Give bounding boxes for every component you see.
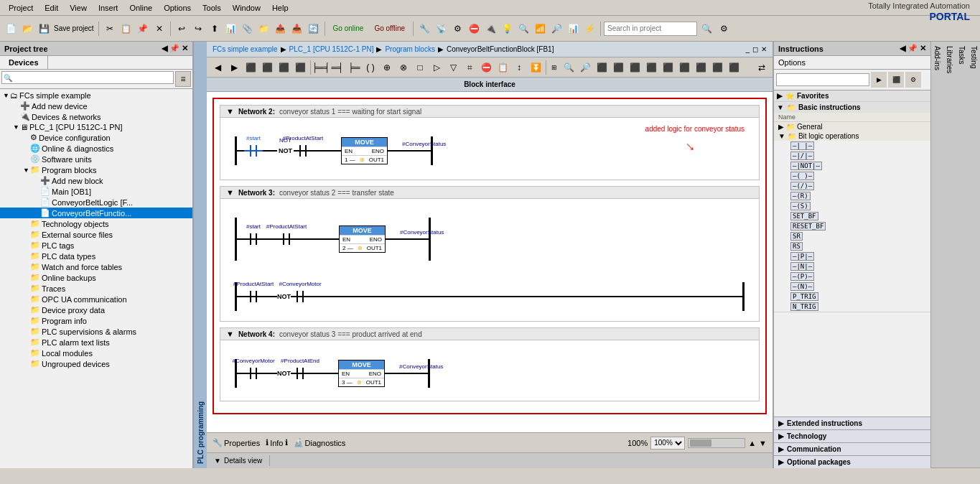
- inst-collapse-btn[interactable]: ◀: [900, 44, 905, 53]
- misc3[interactable]: ⚙: [449, 21, 465, 37]
- et29[interactable]: ⬛: [693, 60, 709, 75]
- tree-item[interactable]: 📁Technology objects: [0, 218, 192, 229]
- tree-pin-btn[interactable]: 📌: [169, 44, 179, 53]
- add-ins-tab[interactable]: Add-ins: [931, 42, 943, 468]
- tree-item[interactable]: ⚙Device configuration: [0, 132, 192, 143]
- inst-item-[interactable]: —(/)—: [774, 181, 930, 191]
- inst-item-PTRIG[interactable]: P_TRIG: [774, 292, 930, 302]
- favorites-header[interactable]: ▶ ⭐ Favorites: [774, 90, 930, 101]
- tree-item[interactable]: 📁Traces: [0, 283, 192, 294]
- network4-collapse[interactable]: ▼: [226, 330, 234, 338]
- menu-view[interactable]: View: [64, 2, 93, 14]
- et7[interactable]: ╞═╡: [313, 60, 329, 75]
- misc1[interactable]: 🔧: [416, 21, 432, 37]
- et21[interactable]: 🔍: [561, 60, 577, 75]
- btn4[interactable]: 📁: [256, 21, 272, 37]
- tasks-tab[interactable]: Tasks: [956, 42, 968, 468]
- breadcrumb-part1[interactable]: FCs simple example: [213, 45, 278, 53]
- misc11[interactable]: ⚡: [582, 21, 597, 37]
- tree-item[interactable]: 🌐Online & diagnostics: [0, 143, 192, 154]
- misc10[interactable]: 📊: [565, 21, 581, 37]
- inst-item-[interactable]: —( )—: [774, 171, 930, 181]
- et17[interactable]: ⛔: [478, 60, 494, 75]
- inst-close-btn[interactable]: ✕: [920, 44, 926, 53]
- tree-item[interactable]: 🔌Devices & networks: [0, 111, 192, 122]
- menu-edit[interactable]: Edit: [39, 2, 64, 14]
- new-btn[interactable]: 📄: [3, 21, 19, 37]
- et22[interactable]: 🔎: [577, 60, 593, 75]
- et2[interactable]: ▶: [226, 60, 242, 75]
- menu-online[interactable]: Online: [123, 2, 158, 14]
- paste-btn[interactable]: 📌: [135, 21, 151, 37]
- properties-tab[interactable]: 🔧 Properties: [213, 438, 260, 447]
- go-online-btn[interactable]: Go online: [328, 21, 369, 37]
- et26[interactable]: ⬛: [643, 60, 659, 75]
- breadcrumb-part2[interactable]: PLC_1 [CPU 1512C-1 PN]: [289, 45, 374, 53]
- et15[interactable]: ▽: [445, 60, 461, 75]
- inst-config-btn[interactable]: ⚙: [905, 72, 921, 88]
- tab-devices[interactable]: Devices: [0, 56, 48, 69]
- copy-btn[interactable]: 📋: [118, 21, 134, 37]
- et-right[interactable]: ⇄: [754, 60, 770, 75]
- delete-btn[interactable]: ✕: [151, 21, 167, 37]
- tree-item[interactable]: 📁OPC UA communication: [0, 294, 192, 304]
- tree-item[interactable]: ▼🗂FCs simple example: [0, 90, 192, 101]
- extended-header[interactable]: ▶ Extended instructions: [774, 417, 930, 429]
- tree-item[interactable]: 📁Device proxy data: [0, 304, 192, 315]
- go-offline-btn[interactable]: Go offline: [369, 21, 410, 37]
- menu-help[interactable]: Help: [266, 2, 294, 14]
- details-view-tab[interactable]: ▼ Details view: [207, 455, 270, 466]
- tree-item[interactable]: ▼📁Program blocks: [0, 164, 192, 175]
- tree-item[interactable]: 📄Main [OB1]: [0, 186, 192, 197]
- scroll-up-btn[interactable]: ▲: [748, 439, 756, 447]
- tree-item[interactable]: ➕Add new device: [0, 101, 192, 111]
- et28[interactable]: ⬛: [676, 60, 692, 75]
- inst-search-btn[interactable]: ▶: [871, 72, 887, 88]
- tree-item[interactable]: 📁PLC tags: [0, 240, 192, 251]
- et5[interactable]: ⬛: [276, 60, 291, 75]
- et1[interactable]: ◀: [210, 60, 225, 75]
- undo-btn[interactable]: ↩: [174, 21, 190, 37]
- inst-item-RS[interactable]: RS: [774, 241, 930, 251]
- info-tab[interactable]: ℹ Info ℹ: [266, 438, 287, 447]
- inst-search-input[interactable]: [776, 73, 869, 86]
- tree-item[interactable]: 📁PLC supervisions & alarms: [0, 326, 192, 337]
- tree-item[interactable]: 📁Watch and force tables: [0, 261, 192, 272]
- testing-tab[interactable]: Testing: [968, 42, 980, 468]
- breadcrumb-part3[interactable]: Program blocks: [385, 45, 434, 53]
- inst-item-R[interactable]: —(R): [774, 191, 930, 201]
- et8[interactable]: ═╡: [330, 60, 345, 75]
- misc7[interactable]: 🔍: [515, 21, 531, 37]
- tree-close-btn[interactable]: ✕: [182, 44, 188, 53]
- et18[interactable]: 📋: [495, 60, 510, 75]
- close-editor-btn[interactable]: ✕: [761, 45, 767, 53]
- network3-collapse[interactable]: ▼: [226, 188, 234, 197]
- inst-item-N[interactable]: —(N)—: [774, 281, 930, 292]
- tree-item[interactable]: 📁Online backups: [0, 272, 192, 283]
- misc4[interactable]: ⛔: [466, 21, 482, 37]
- communication-header[interactable]: ▶ Communication: [774, 443, 930, 455]
- et11[interactable]: ⊕: [379, 60, 395, 75]
- inst-item-NOT[interactable]: —|NOT|—: [774, 161, 930, 171]
- misc2[interactable]: 📡: [433, 21, 449, 37]
- tree-item[interactable]: ▼🖥PLC_1 [CPU 1512C-1 PN]: [0, 122, 192, 132]
- et27[interactable]: ⬛: [660, 60, 676, 75]
- tree-filter-btn[interactable]: ≡: [175, 71, 191, 87]
- menu-insert[interactable]: Insert: [93, 2, 124, 14]
- misc6[interactable]: 💡: [499, 21, 515, 37]
- et14[interactable]: ▷: [429, 60, 444, 75]
- tree-item[interactable]: 📁PLC data types: [0, 251, 192, 261]
- cut-btn[interactable]: ✂: [102, 21, 118, 37]
- open-btn[interactable]: 📂: [19, 21, 35, 37]
- scroll-bar[interactable]: [688, 438, 745, 448]
- tree-item[interactable]: 📄ConveyorBeltFunctio...: [0, 208, 192, 218]
- options-btn[interactable]: ⚙: [716, 21, 732, 37]
- btn6[interactable]: 📥: [289, 21, 305, 37]
- inst-item-RESETBF[interactable]: RESET_BF: [774, 221, 930, 231]
- folder-general[interactable]: ▶ 📁 General: [774, 122, 930, 131]
- tree-item[interactable]: 📄ConveyorBeltLogic [F...: [0, 197, 192, 208]
- menu-options[interactable]: Options: [158, 2, 197, 14]
- minimize-btn[interactable]: _: [745, 45, 750, 53]
- et3[interactable]: ⬛: [243, 60, 258, 75]
- basic-header[interactable]: ▼ 📁 Basic instructions: [774, 102, 930, 113]
